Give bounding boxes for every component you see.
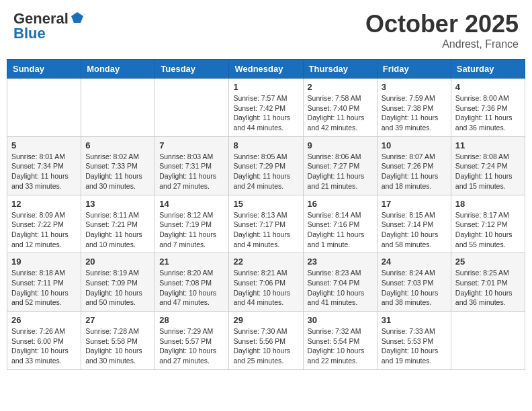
- header-tuesday: Tuesday: [155, 60, 229, 79]
- calendar-cell: 28Sunrise: 7:29 AM Sunset: 5:57 PM Dayli…: [155, 312, 229, 370]
- cell-day-number: 21: [159, 257, 224, 267]
- cell-day-number: 3: [382, 82, 447, 92]
- calendar-cell: 16Sunrise: 8:14 AM Sunset: 7:16 PM Dayli…: [303, 195, 377, 253]
- cell-sun-info: Sunrise: 8:15 AM Sunset: 7:14 PM Dayligh…: [382, 210, 447, 250]
- calendar-week-row: 5Sunrise: 8:01 AM Sunset: 7:34 PM Daylig…: [7, 136, 525, 195]
- month-title: October 2025: [365, 10, 519, 38]
- header-saturday: Saturday: [451, 60, 525, 79]
- cell-day-number: 2: [308, 82, 373, 92]
- calendar-cell: 22Sunrise: 8:21 AM Sunset: 7:06 PM Dayli…: [229, 253, 303, 312]
- cell-day-number: 6: [85, 140, 150, 150]
- calendar-cell: 25Sunrise: 8:25 AM Sunset: 7:01 PM Dayli…: [451, 253, 525, 312]
- calendar-cell: 26Sunrise: 7:26 AM Sunset: 6:00 PM Dayli…: [7, 312, 81, 370]
- cell-day-number: 9: [308, 140, 373, 150]
- cell-sun-info: Sunrise: 8:12 AM Sunset: 7:19 PM Dayligh…: [159, 210, 224, 250]
- cell-day-number: 27: [85, 315, 150, 325]
- calendar-cell: [7, 79, 81, 137]
- calendar-cell: 31Sunrise: 7:33 AM Sunset: 5:53 PM Dayli…: [377, 312, 451, 370]
- cell-day-number: 31: [382, 315, 447, 325]
- calendar-table: Sunday Monday Tuesday Wednesday Thursday…: [7, 59, 525, 370]
- cell-day-number: 29: [233, 315, 298, 325]
- calendar-cell: 27Sunrise: 7:28 AM Sunset: 5:58 PM Dayli…: [81, 312, 155, 370]
- calendar-cell: [81, 79, 155, 137]
- logo-flag-icon: [70, 11, 85, 26]
- cell-sun-info: Sunrise: 8:11 AM Sunset: 7:21 PM Dayligh…: [85, 210, 150, 250]
- cell-sun-info: Sunrise: 8:20 AM Sunset: 7:08 PM Dayligh…: [159, 268, 224, 308]
- cell-sun-info: Sunrise: 7:58 AM Sunset: 7:40 PM Dayligh…: [308, 93, 373, 133]
- location-title: Andrest, France: [365, 38, 519, 50]
- calendar-cell: 9Sunrise: 8:06 AM Sunset: 7:27 PM Daylig…: [303, 136, 377, 195]
- calendar-week-row: 19Sunrise: 8:18 AM Sunset: 7:11 PM Dayli…: [7, 253, 525, 312]
- cell-sun-info: Sunrise: 8:08 AM Sunset: 7:24 PM Dayligh…: [455, 152, 521, 191]
- cell-sun-info: Sunrise: 8:23 AM Sunset: 7:04 PM Dayligh…: [308, 268, 373, 308]
- cell-day-number: 24: [382, 257, 447, 267]
- header-wednesday: Wednesday: [229, 60, 303, 79]
- calendar-cell: 13Sunrise: 8:11 AM Sunset: 7:21 PM Dayli…: [81, 195, 155, 253]
- cell-sun-info: Sunrise: 8:06 AM Sunset: 7:27 PM Dayligh…: [308, 152, 373, 191]
- calendar-header-row: Sunday Monday Tuesday Wednesday Thursday…: [7, 60, 525, 79]
- calendar-cell: 23Sunrise: 8:23 AM Sunset: 7:04 PM Dayli…: [303, 253, 377, 312]
- calendar-cell: 14Sunrise: 8:12 AM Sunset: 7:19 PM Dayli…: [155, 195, 229, 253]
- logo: General Blue: [13, 10, 85, 42]
- calendar-cell: 18Sunrise: 8:17 AM Sunset: 7:12 PM Dayli…: [451, 195, 525, 253]
- cell-day-number: 16: [308, 199, 373, 209]
- cell-day-number: 30: [308, 315, 373, 325]
- cell-day-number: 19: [11, 257, 77, 267]
- calendar-cell: 30Sunrise: 7:32 AM Sunset: 5:54 PM Dayli…: [303, 312, 377, 370]
- svg-marker-0: [71, 12, 83, 23]
- header-sunday: Sunday: [7, 60, 81, 79]
- cell-sun-info: Sunrise: 8:19 AM Sunset: 7:09 PM Dayligh…: [85, 268, 150, 308]
- cell-day-number: 7: [159, 140, 224, 150]
- header-monday: Monday: [81, 60, 155, 79]
- calendar-cell: 12Sunrise: 8:09 AM Sunset: 7:22 PM Dayli…: [7, 195, 81, 253]
- cell-sun-info: Sunrise: 7:33 AM Sunset: 5:53 PM Dayligh…: [382, 326, 447, 366]
- header-thursday: Thursday: [303, 60, 377, 79]
- cell-day-number: 25: [455, 257, 521, 267]
- cell-sun-info: Sunrise: 8:02 AM Sunset: 7:33 PM Dayligh…: [85, 152, 150, 191]
- cell-sun-info: Sunrise: 8:17 AM Sunset: 7:12 PM Dayligh…: [455, 210, 521, 250]
- calendar-cell: 3Sunrise: 7:59 AM Sunset: 7:38 PM Daylig…: [377, 79, 451, 137]
- cell-sun-info: Sunrise: 7:30 AM Sunset: 5:56 PM Dayligh…: [233, 326, 298, 366]
- calendar-cell: 20Sunrise: 8:19 AM Sunset: 7:09 PM Dayli…: [81, 253, 155, 312]
- calendar-cell: 4Sunrise: 8:00 AM Sunset: 7:36 PM Daylig…: [451, 79, 525, 137]
- calendar-cell: 6Sunrise: 8:02 AM Sunset: 7:33 PM Daylig…: [81, 136, 155, 195]
- cell-sun-info: Sunrise: 7:28 AM Sunset: 5:58 PM Dayligh…: [85, 326, 150, 366]
- cell-day-number: 14: [159, 199, 224, 209]
- cell-sun-info: Sunrise: 7:29 AM Sunset: 5:57 PM Dayligh…: [159, 326, 224, 366]
- cell-sun-info: Sunrise: 8:07 AM Sunset: 7:26 PM Dayligh…: [382, 152, 447, 191]
- cell-sun-info: Sunrise: 8:18 AM Sunset: 7:11 PM Dayligh…: [11, 268, 77, 308]
- calendar-cell: 15Sunrise: 8:13 AM Sunset: 7:17 PM Dayli…: [229, 195, 303, 253]
- title-area: October 2025 Andrest, France: [365, 10, 519, 50]
- cell-day-number: 11: [455, 140, 521, 150]
- calendar-cell: 21Sunrise: 8:20 AM Sunset: 7:08 PM Dayli…: [155, 253, 229, 312]
- cell-day-number: 8: [233, 140, 298, 150]
- cell-sun-info: Sunrise: 8:25 AM Sunset: 7:01 PM Dayligh…: [455, 268, 521, 308]
- cell-sun-info: Sunrise: 8:01 AM Sunset: 7:34 PM Dayligh…: [11, 152, 77, 191]
- logo-blue: Blue: [13, 25, 46, 42]
- cell-sun-info: Sunrise: 8:13 AM Sunset: 7:17 PM Dayligh…: [233, 210, 298, 250]
- calendar-cell: 2Sunrise: 7:58 AM Sunset: 7:40 PM Daylig…: [303, 79, 377, 137]
- cell-sun-info: Sunrise: 8:05 AM Sunset: 7:29 PM Dayligh…: [233, 152, 298, 191]
- cell-day-number: 1: [233, 82, 298, 92]
- cell-day-number: 12: [11, 199, 77, 209]
- calendar-cell: 10Sunrise: 8:07 AM Sunset: 7:26 PM Dayli…: [377, 136, 451, 195]
- cell-sun-info: Sunrise: 7:32 AM Sunset: 5:54 PM Dayligh…: [308, 326, 373, 366]
- header-friday: Friday: [377, 60, 451, 79]
- cell-day-number: 22: [233, 257, 298, 267]
- cell-sun-info: Sunrise: 8:24 AM Sunset: 7:03 PM Dayligh…: [382, 268, 447, 308]
- calendar-cell: 1Sunrise: 7:57 AM Sunset: 7:42 PM Daylig…: [229, 79, 303, 137]
- cell-day-number: 10: [382, 140, 447, 150]
- cell-sun-info: Sunrise: 8:00 AM Sunset: 7:36 PM Dayligh…: [455, 93, 521, 133]
- calendar-cell: 19Sunrise: 8:18 AM Sunset: 7:11 PM Dayli…: [7, 253, 81, 312]
- cell-sun-info: Sunrise: 8:03 AM Sunset: 7:31 PM Dayligh…: [159, 152, 224, 191]
- cell-day-number: 15: [233, 199, 298, 209]
- calendar-cell: 8Sunrise: 8:05 AM Sunset: 7:29 PM Daylig…: [229, 136, 303, 195]
- calendar-cell: 17Sunrise: 8:15 AM Sunset: 7:14 PM Dayli…: [377, 195, 451, 253]
- cell-sun-info: Sunrise: 7:26 AM Sunset: 6:00 PM Dayligh…: [11, 326, 77, 366]
- calendar-cell: 24Sunrise: 8:24 AM Sunset: 7:03 PM Dayli…: [377, 253, 451, 312]
- cell-sun-info: Sunrise: 7:59 AM Sunset: 7:38 PM Dayligh…: [382, 93, 447, 133]
- cell-sun-info: Sunrise: 8:09 AM Sunset: 7:22 PM Dayligh…: [11, 210, 77, 250]
- cell-day-number: 17: [382, 199, 447, 209]
- calendar-cell: 29Sunrise: 7:30 AM Sunset: 5:56 PM Dayli…: [229, 312, 303, 370]
- cell-day-number: 20: [85, 257, 150, 267]
